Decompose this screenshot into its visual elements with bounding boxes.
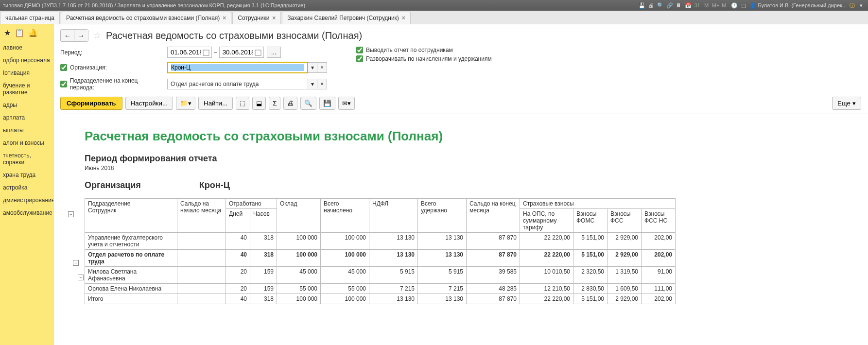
org-input[interactable] [171, 64, 304, 71]
generate-button[interactable]: Сформировать [60, 97, 122, 110]
favorite-icon[interactable]: ☆ [93, 30, 101, 41]
nav-taxes[interactable]: алоги и взносы [0, 137, 53, 149]
link-icon[interactable]: 🔗 [666, 1, 674, 9]
collapse-all-button[interactable]: ⬓ [252, 97, 266, 110]
info-icon[interactable]: ⓘ [848, 1, 856, 9]
settings-button[interactable]: Настройки... [125, 97, 173, 110]
close-icon[interactable]: × [223, 15, 226, 21]
org-clear-button[interactable]: × [317, 62, 327, 73]
m-minus-icon[interactable]: M- [721, 1, 729, 9]
email-button[interactable]: ✉▾ [338, 97, 355, 110]
report-by-emp-label: Выводить отчет по сотрудникам [366, 47, 453, 53]
panel-icon[interactable]: ▢ [740, 1, 747, 9]
period-picker-button[interactable]: ... [267, 47, 281, 58]
forward-button[interactable]: → [74, 30, 88, 41]
sub-clear-button[interactable]: × [317, 79, 327, 89]
nav-settings[interactable]: астройка [0, 181, 53, 194]
nav-self[interactable]: амообслуживание [0, 207, 53, 219]
nav-recruit[interactable]: одбор персонала [0, 54, 53, 67]
table-row[interactable]: Милова Светлана Афанасьевна2015945 00045… [85, 267, 676, 284]
nav-main[interactable]: лавное [0, 41, 53, 54]
find-button[interactable]: Найти... [198, 97, 233, 110]
date-from-input[interactable] [167, 47, 212, 58]
nav-labour[interactable]: храна труда [0, 169, 53, 181]
report-title: Расчетная ведомость со страховыми взноса… [85, 129, 844, 144]
report-org-value: Крон-Ц [199, 180, 230, 190]
expand-label: Разворачивать по начислениям и удержания… [366, 55, 492, 62]
report-org-label: Организация [85, 180, 141, 190]
nav-salary[interactable]: арплата [0, 111, 53, 124]
sub-checkbox[interactable] [60, 81, 67, 87]
report-period-value: Июнь 2018 [85, 165, 844, 172]
more-button[interactable]: Еще ▾ [832, 97, 861, 110]
tree-collapse-2[interactable]: − [73, 260, 79, 266]
clipboard-icon[interactable]: 📋 [15, 28, 24, 37]
org-checkbox[interactable] [60, 64, 67, 71]
tab-home[interactable]: чальная страница [0, 12, 60, 24]
org-label: Организация: [70, 64, 107, 71]
date-icon[interactable]: 31 [694, 1, 701, 9]
save-report-button[interactable]: 💾 [319, 97, 335, 110]
save-icon[interactable]: 💾 [638, 1, 646, 9]
print-button[interactable]: 🖨 [283, 97, 297, 110]
expand-all-button[interactable]: ⬚ [236, 97, 249, 110]
report-period-label: Период формирования отчета [85, 154, 844, 164]
bell-icon[interactable]: 🔔 [28, 28, 38, 37]
table-row[interactable]: Орлова Елена Николаевна2015955 00055 000… [85, 284, 676, 294]
period-label: Период: [60, 49, 162, 56]
tree-collapse-3[interactable]: − [78, 275, 84, 280]
clock-icon[interactable]: 🕐 [730, 1, 738, 9]
sub-input[interactable]: Отдел расчетов по оплате труда [167, 79, 308, 89]
variants-button[interactable]: 📁▾ [176, 97, 195, 110]
close-icon[interactable]: × [272, 15, 276, 21]
dropdown-icon[interactable]: ▾ [857, 1, 865, 9]
nav-reports[interactable]: тчетность, справки [0, 149, 53, 169]
report-by-emp-checkbox[interactable] [356, 47, 363, 53]
m-plus-icon[interactable]: M+ [712, 1, 720, 9]
sum-button[interactable]: Σ [269, 97, 280, 110]
nav-payments[interactable]: ыплаты [0, 124, 53, 137]
user-name[interactable]: Булатов И.В. (Генеральный дирек... [758, 2, 847, 8]
page-title: Расчетная ведомость со страховыми взноса… [106, 30, 362, 41]
user-icon: 👤 [749, 1, 757, 9]
preview-button[interactable]: 🔍 [300, 97, 316, 110]
calc-icon[interactable]: 🖩 [675, 1, 683, 9]
star-icon[interactable]: ★ [4, 28, 11, 37]
expand-checkbox[interactable] [356, 55, 363, 62]
report-table: ПодразделениеСотрудник Сальдо на начало … [85, 198, 676, 304]
nav-motivation[interactable]: Іотивация [0, 67, 53, 79]
nav-hr[interactable]: адры [0, 99, 53, 111]
table-row[interactable]: Итого40318100 000100 00013 13013 13087 8… [85, 294, 676, 304]
back-button[interactable]: ← [61, 30, 74, 41]
sidebar: ★ 📋 🔔 лавное одбор персонала Іотивация б… [0, 24, 53, 345]
sub-label: Подразделение на конец периода: [70, 77, 162, 91]
tree-collapse-1[interactable]: − [68, 211, 74, 217]
tab-employees[interactable]: Сотрудники× [232, 12, 281, 24]
table-row[interactable]: Отдел расчетов по оплате труда40318100 0… [85, 250, 676, 267]
tab-report[interactable]: Расчетная ведомость со страховыми взноса… [61, 12, 231, 24]
print-icon[interactable]: 🖨 [647, 1, 655, 9]
sub-dropdown-button[interactable]: ▾ [308, 79, 317, 89]
nav-admin[interactable]: дминистрирование [0, 194, 53, 207]
nav-training[interactable]: бучение и развитие [0, 79, 53, 99]
table-row[interactable]: Управление бухгалтерского учета и отчетн… [85, 233, 676, 250]
tabbar: чальная страница Расчетная ведомость со … [0, 11, 868, 24]
org-dropdown-button[interactable]: ▾ [308, 62, 317, 73]
tab-employee[interactable]: Захаркин Савелий Петрович (Сотрудник)× [282, 12, 411, 24]
close-icon[interactable]: × [402, 15, 405, 21]
m-icon[interactable]: M [703, 1, 711, 9]
date-to-input[interactable] [219, 47, 264, 58]
calendar-icon[interactable]: 📅 [684, 1, 692, 9]
app-title: типовая ДЕМО (ЗУП3.1.7.105 от 21.08.2018… [3, 2, 305, 8]
preview-icon[interactable]: 🔍 [657, 1, 664, 9]
